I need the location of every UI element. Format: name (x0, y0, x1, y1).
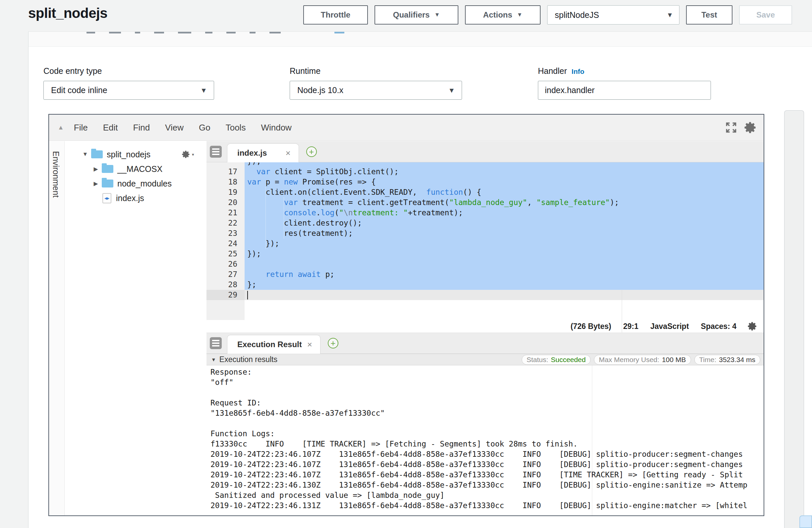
editor-status-bar: (726 Bytes) 29:1 JavaScript Spaces: 4 (206, 320, 764, 333)
collapse-menubar-icon[interactable]: ▲ (58, 124, 64, 131)
chevron-down-icon: ▼ (448, 86, 455, 94)
code-line[interactable]: }; (245, 280, 764, 290)
tree-item-macosx[interactable]: ▶ __MACOSX (64, 162, 206, 176)
menu-item-view[interactable]: View (165, 122, 184, 133)
memory-badge: Max Memory Used: 100 MB (594, 355, 691, 365)
actions-button[interactable]: Actions ▼ (465, 5, 540, 25)
test-event-select[interactable]: splitNodeJS ▼ (547, 5, 679, 25)
tree-item-node-modules[interactable]: ▶ node_modules (64, 176, 206, 191)
js-file-icon: ◂▸ (102, 193, 111, 203)
editor-settings-gear-icon[interactable] (743, 120, 758, 135)
tab-execution-result[interactable]: Execution Result × (227, 335, 320, 354)
code-line[interactable]: var client = SplitObj.client(); (245, 166, 764, 177)
cloud9-editor: ▲ FileEditFindViewGoToolsWindow Environm… (48, 114, 764, 516)
menu-item-edit[interactable]: Edit (103, 122, 118, 133)
execution-log-output[interactable]: Response:"off"Request ID:"131e865f-6eb4-… (206, 365, 764, 515)
tree-item-root[interactable]: ▼ split_nodejs ▾ (64, 147, 206, 162)
tree-expand-caret-icon[interactable]: ▶ (92, 180, 99, 187)
tab-list-icon[interactable] (210, 337, 222, 349)
code-line[interactable]: }); (245, 162, 764, 166)
tab-label: index.js (237, 148, 267, 158)
code-line[interactable]: }); (245, 249, 764, 259)
clipped-scrolled-content (87, 32, 344, 34)
function-code-card: Code entry type Runtime HandlerInfo Edit… (28, 31, 812, 528)
line-number: 24 (206, 238, 245, 249)
menu-item-find[interactable]: Find (133, 122, 150, 133)
memory-badge-label: Max Memory Used: (599, 356, 659, 364)
chevron-down-icon: ▾ (192, 152, 194, 157)
tree-item-indexjs[interactable]: ◂▸ index.js (64, 191, 206, 205)
code-entry-type-select[interactable]: Edit code inline ▼ (43, 81, 214, 100)
code-line[interactable]: client.on(client.Event.SDK_READY, functi… (245, 187, 764, 197)
log-line: 2019-10-24T22:23:46.131Z 131e865f-6eb4-4… (211, 500, 764, 511)
card-top-strip (29, 32, 812, 47)
execution-results-title: Execution results (219, 355, 277, 364)
test-button[interactable]: Test (686, 5, 733, 25)
save-button-label: Save (756, 10, 775, 19)
throttle-button[interactable]: Throttle (303, 5, 368, 25)
line-number: 27 (206, 269, 245, 280)
tree-settings-gear-icon[interactable]: ▾ (181, 150, 194, 159)
collapse-results-caret-icon[interactable]: ▼ (211, 357, 216, 362)
language-status[interactable]: JavaScript (650, 322, 689, 331)
save-button[interactable]: Save (739, 5, 792, 25)
menu-item-go[interactable]: Go (199, 122, 211, 133)
editor-tabbar: index.js × + (206, 141, 764, 162)
line-number: 23 (206, 228, 245, 238)
runtime-label: Runtime (290, 66, 320, 76)
handler-input[interactable] (538, 81, 711, 100)
code-line[interactable]: client.destroy(); (245, 218, 764, 228)
folder-icon (102, 179, 113, 188)
log-line: "off" (211, 377, 764, 387)
tree-item-label: __MACOSX (117, 164, 162, 174)
code-editor-area[interactable]: 17181920212223242526272829 }); var clien… (206, 162, 764, 320)
file-size-status: (726 Bytes) (570, 322, 611, 331)
page-scrollbar[interactable] (784, 110, 804, 528)
log-line: 2019-10-24T22:23:46.130Z 131e865f-6eb4-4… (211, 480, 764, 490)
environment-tab[interactable]: Environment (51, 151, 61, 197)
menu-item-file[interactable]: File (74, 122, 88, 133)
handler-info-link[interactable]: Info (572, 68, 584, 75)
code-line[interactable]: res(treatment); (245, 228, 764, 238)
spaces-status[interactable]: Spaces: 4 (701, 322, 737, 331)
code-line[interactable]: console.log("\ntreatment: "+treatment); (245, 208, 764, 218)
line-number: 19 (206, 187, 245, 197)
status-settings-gear-icon[interactable] (746, 320, 758, 332)
code-line[interactable]: }); (245, 238, 764, 249)
tree-expand-caret-icon[interactable]: ▶ (92, 166, 99, 173)
tab-indexjs[interactable]: index.js × (227, 144, 299, 162)
code-lines[interactable]: }); var client = SplitObj.client();var p… (245, 162, 764, 300)
corner-widget[interactable] (799, 515, 812, 528)
log-line (211, 387, 764, 398)
runtime-select[interactable]: Node.js 10.x ▼ (290, 81, 462, 100)
qualifiers-button[interactable]: Qualifiers ▼ (375, 5, 458, 25)
status-badge-value: Succeeded (551, 356, 586, 364)
result-tabbar: Execution Result × + (206, 333, 764, 354)
code-line[interactable]: return await p; (245, 269, 764, 280)
cursor-position-status[interactable]: 29:1 (623, 322, 638, 331)
log-line (211, 419, 764, 429)
runtime-value: Node.js 10.x (297, 86, 343, 95)
text-cursor (247, 291, 248, 299)
editor-menubar: ▲ FileEditFindViewGoToolsWindow (49, 115, 764, 141)
actions-button-label: Actions (483, 10, 512, 19)
tab-list-icon[interactable] (210, 146, 222, 158)
code-line[interactable]: var p = new Promise(res => { (245, 177, 764, 187)
menu-item-tools[interactable]: Tools (226, 122, 246, 133)
new-tab-icon[interactable]: + (328, 338, 338, 349)
close-icon[interactable]: × (307, 339, 312, 350)
line-number: 18 (206, 177, 245, 187)
chevron-down-icon: ▼ (517, 12, 523, 18)
editor-main-column: index.js × + 17181920212223242526272829 … (206, 141, 764, 515)
qualifiers-button-label: Qualifiers (393, 10, 430, 19)
code-line[interactable] (245, 259, 764, 269)
fullscreen-icon[interactable] (724, 120, 738, 135)
new-tab-icon[interactable]: + (306, 146, 317, 157)
code-line[interactable]: var treatment = client.getTreatment("lam… (245, 197, 764, 208)
close-icon[interactable]: × (285, 148, 290, 158)
tree-expand-caret-icon[interactable]: ▼ (82, 151, 88, 158)
log-line: 2019-10-24T22:23:46.107Z 131e865f-6eb4-4… (211, 459, 764, 470)
line-number (206, 162, 245, 166)
code-line[interactable] (245, 290, 764, 300)
menu-item-window[interactable]: Window (261, 122, 291, 133)
